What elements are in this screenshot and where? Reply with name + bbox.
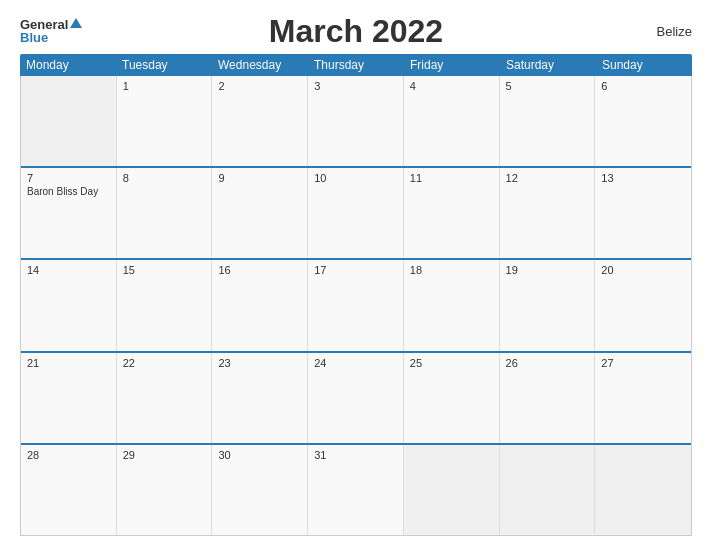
table-row: 26 — [500, 353, 596, 443]
table-row — [21, 76, 117, 166]
table-row: 30 — [212, 445, 308, 535]
header-monday: Monday — [20, 54, 116, 76]
table-row: 6 — [595, 76, 691, 166]
table-row: 10 — [308, 168, 404, 258]
logo: General Blue — [20, 18, 82, 44]
table-row: 3 — [308, 76, 404, 166]
calendar-title: March 2022 — [269, 13, 443, 50]
week-4: 21 22 23 24 25 26 27 — [21, 351, 691, 443]
table-row — [595, 445, 691, 535]
table-row: 27 — [595, 353, 691, 443]
table-row: 23 — [212, 353, 308, 443]
logo-triangle-icon — [70, 18, 82, 28]
table-row: 15 — [117, 260, 213, 350]
week-3: 14 15 16 17 18 19 20 — [21, 258, 691, 350]
table-row: 13 — [595, 168, 691, 258]
logo-blue-text: Blue — [20, 31, 48, 44]
header-thursday: Thursday — [308, 54, 404, 76]
header-wednesday: Wednesday — [212, 54, 308, 76]
table-row: 29 — [117, 445, 213, 535]
header-friday: Friday — [404, 54, 500, 76]
header-saturday: Saturday — [500, 54, 596, 76]
calendar-header: Monday Tuesday Wednesday Thursday Friday… — [20, 54, 692, 76]
header-tuesday: Tuesday — [116, 54, 212, 76]
week-2: 7 Baron Bliss Day 8 9 10 11 12 13 — [21, 166, 691, 258]
table-row: 4 — [404, 76, 500, 166]
table-row: 19 — [500, 260, 596, 350]
country-label: Belize — [657, 24, 692, 39]
table-row: 1 — [117, 76, 213, 166]
table-row: 25 — [404, 353, 500, 443]
calendar-page: General Blue March 2022 Belize Monday Tu… — [0, 0, 712, 550]
table-row: 12 — [500, 168, 596, 258]
week-1: 1 2 3 4 5 6 — [21, 76, 691, 166]
calendar-body: 1 2 3 4 5 6 7 Baron Bliss Day 8 9 10 11 … — [20, 76, 692, 536]
table-row: 24 — [308, 353, 404, 443]
table-row: 7 Baron Bliss Day — [21, 168, 117, 258]
table-row: 17 — [308, 260, 404, 350]
table-row — [404, 445, 500, 535]
table-row: 14 — [21, 260, 117, 350]
table-row: 20 — [595, 260, 691, 350]
header-sunday: Sunday — [596, 54, 692, 76]
header: General Blue March 2022 Belize — [20, 18, 692, 44]
table-row: 8 — [117, 168, 213, 258]
table-row: 9 — [212, 168, 308, 258]
table-row: 5 — [500, 76, 596, 166]
table-row: 18 — [404, 260, 500, 350]
table-row: 16 — [212, 260, 308, 350]
table-row: 21 — [21, 353, 117, 443]
table-row: 31 — [308, 445, 404, 535]
table-row: 28 — [21, 445, 117, 535]
week-5: 28 29 30 31 — [21, 443, 691, 535]
table-row: 11 — [404, 168, 500, 258]
calendar: Monday Tuesday Wednesday Thursday Friday… — [20, 54, 692, 536]
table-row: 2 — [212, 76, 308, 166]
table-row — [500, 445, 596, 535]
table-row: 22 — [117, 353, 213, 443]
